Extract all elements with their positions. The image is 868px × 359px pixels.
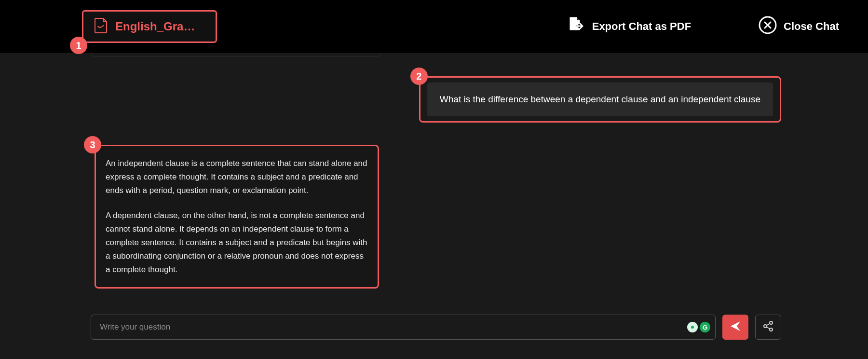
bot-message-p2: A dependent clause, on the other hand, i… bbox=[106, 209, 368, 276]
message-input[interactable] bbox=[99, 322, 686, 332]
annotation-badge-1-text: 1 bbox=[76, 40, 81, 51]
grammarly-icon[interactable]: G bbox=[700, 322, 710, 332]
composer: G bbox=[91, 315, 781, 340]
bot-message-p1: An independent clause is a complete sent… bbox=[106, 157, 368, 197]
annotation-badge-1: 1 bbox=[70, 37, 87, 54]
svg-point-3 bbox=[770, 321, 773, 324]
app-header: English_Grammar… 1 Export Chat as PDF Cl… bbox=[0, 0, 868, 53]
file-name-label: English_Grammar… bbox=[115, 20, 205, 33]
annotation-badge-3-text: 3 bbox=[90, 139, 95, 151]
annotation-badge-3: 3 bbox=[84, 136, 101, 153]
file-chip[interactable]: English_Grammar… 1 bbox=[82, 10, 217, 43]
send-button[interactable] bbox=[722, 315, 748, 340]
pdf-file-icon bbox=[94, 17, 108, 36]
close-chat-button[interactable]: Close Chat bbox=[759, 16, 839, 37]
grammarly-icon-label: G bbox=[703, 324, 707, 331]
bot-message-wrap: 3 An independent clause is a complete se… bbox=[95, 145, 379, 289]
svg-point-1 bbox=[691, 326, 694, 329]
bot-message: An independent clause is a complete sent… bbox=[95, 145, 379, 289]
export-pdf-label: Export Chat as PDF bbox=[592, 20, 691, 33]
user-message-text: What is the difference between a depende… bbox=[427, 83, 773, 116]
user-message: What is the difference between a depende… bbox=[419, 76, 781, 123]
share-button[interactable] bbox=[755, 315, 781, 340]
share-icon bbox=[762, 320, 774, 334]
user-message-wrap: 2 What is the difference between a depen… bbox=[419, 76, 781, 123]
send-icon bbox=[729, 320, 742, 334]
svg-point-2 bbox=[764, 325, 767, 328]
grammarly-status-icon[interactable] bbox=[687, 322, 698, 332]
export-icon bbox=[566, 15, 585, 38]
chat-scroll-area: 2 What is the difference between a depen… bbox=[0, 53, 868, 306]
previous-message-edge bbox=[92, 53, 381, 57]
input-inline-icons: G bbox=[687, 322, 710, 332]
svg-point-4 bbox=[770, 328, 773, 331]
message-input-wrap[interactable]: G bbox=[91, 315, 716, 340]
close-chat-label: Close Chat bbox=[784, 20, 839, 33]
close-icon bbox=[759, 16, 777, 37]
annotation-badge-2: 2 bbox=[410, 68, 428, 85]
annotation-badge-2-text: 2 bbox=[416, 71, 421, 82]
export-pdf-button[interactable]: Export Chat as PDF bbox=[566, 15, 691, 38]
